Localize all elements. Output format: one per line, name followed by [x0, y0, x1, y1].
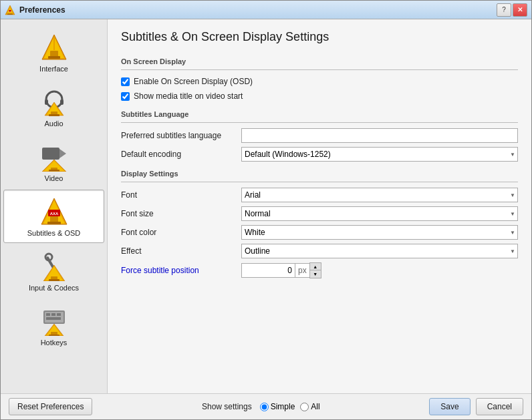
- enable-osd-checkbox[interactable]: [121, 77, 130, 86]
- sidebar-item-input-label: Input & Codecs: [29, 284, 79, 292]
- sidebar-item-subtitles-label: Subtitles & OSD: [27, 229, 80, 237]
- sidebar-item-audio-label: Audio: [44, 120, 63, 128]
- svg-text:AXA: AXA: [8, 11, 11, 13]
- svg-rect-2: [7, 13, 13, 15]
- show-settings-group: Show settings Simple All: [202, 402, 320, 411]
- preferences-window: AXA Preferences ? ✕: [0, 0, 532, 420]
- help-button[interactable]: ?: [497, 3, 511, 17]
- font-size-row: Font size Normal Small Large Very Large: [121, 206, 518, 221]
- preferred-language-control: [241, 128, 518, 143]
- sidebar-item-input[interactable]: Input & Codecs: [3, 244, 104, 298]
- font-color-label: Font color: [121, 228, 241, 237]
- sidebar-item-interface[interactable]: Interface: [3, 25, 104, 79]
- sidebar-item-subtitles[interactable]: AXA Subtitles & OSD: [3, 190, 104, 243]
- svg-rect-45: [49, 335, 59, 336]
- effect-row: Effect Outline None Background: [121, 244, 518, 258]
- osd-section-label: On Screen Display: [121, 57, 518, 65]
- bottom-right: Save Cancel: [429, 398, 523, 415]
- title-bar-controls: ? ✕: [497, 3, 527, 17]
- show-media-title-checkbox[interactable]: [121, 92, 130, 101]
- app-icon: AXA: [5, 5, 15, 15]
- osd-divider: [121, 69, 518, 70]
- sidebar: Interface Aud: [1, 19, 108, 393]
- force-position-row: Force subtitle position px ▲ ▼: [121, 262, 518, 278]
- spinbox-arrows: ▲ ▼: [309, 262, 321, 278]
- font-select[interactable]: Arial Times New Roman Verdana: [241, 188, 518, 202]
- simple-radio[interactable]: [260, 403, 269, 411]
- font-label: Font: [121, 190, 241, 200]
- show-media-title-label[interactable]: Show media title on video start: [134, 91, 243, 101]
- svg-rect-18: [42, 148, 59, 160]
- display-settings-label: Display Settings: [121, 170, 518, 178]
- sidebar-item-hotkeys[interactable]: Hotkeys: [3, 299, 104, 353]
- subtitles-language-section: Subtitles Language Preferred subtitles l…: [121, 110, 518, 162]
- force-position-unit: px: [295, 263, 309, 278]
- subtitles-language-section-label: Subtitles Language: [121, 110, 518, 118]
- effect-control: Outline None Background: [241, 244, 518, 258]
- cancel-button[interactable]: Cancel: [476, 398, 523, 415]
- force-position-label: Force subtitle position: [121, 266, 241, 275]
- svg-rect-17: [49, 114, 59, 116]
- effect-label: Effect: [121, 246, 241, 256]
- spinbox-down-button[interactable]: ▼: [310, 270, 321, 278]
- save-button[interactable]: Save: [429, 398, 470, 415]
- svg-rect-38: [46, 313, 50, 316]
- default-encoding-select[interactable]: Default (Windows-1252) UTF-8 ISO-8859-1: [241, 147, 518, 162]
- svg-rect-12: [45, 99, 48, 105]
- reset-preferences-button[interactable]: Reset Preferences: [9, 398, 92, 415]
- display-settings-divider: [121, 182, 518, 182]
- svg-rect-23: [49, 170, 59, 172]
- simple-radio-option[interactable]: Simple: [260, 402, 295, 411]
- close-button[interactable]: ✕: [513, 3, 527, 17]
- interface-icon: [38, 31, 70, 63]
- font-size-select[interactable]: Normal Small Large Very Large: [241, 206, 518, 221]
- bottom-bar: Reset Preferences Show settings Simple A…: [1, 393, 531, 419]
- page-title: Subtitles & On Screen Display Settings: [121, 30, 518, 47]
- audio-icon: [38, 86, 70, 118]
- sidebar-item-audio[interactable]: Audio: [3, 80, 104, 134]
- window-body: Interface Aud: [1, 19, 531, 393]
- title-bar-text: Preferences: [19, 5, 497, 15]
- default-encoding-label: Default encoding: [121, 150, 241, 159]
- font-color-row: Font color White Black Yellow Red: [121, 225, 518, 240]
- title-bar: AXA Preferences ? ✕: [1, 1, 531, 19]
- simple-radio-label: Simple: [271, 402, 295, 411]
- svg-rect-9: [48, 56, 60, 59]
- all-radio-option[interactable]: All: [300, 402, 319, 411]
- sidebar-item-video-label: Video: [45, 174, 63, 182]
- font-color-select[interactable]: White Black Yellow Red: [241, 225, 518, 240]
- video-icon: [38, 141, 70, 173]
- preferred-language-label: Preferred subtitles language: [121, 131, 241, 140]
- preferred-language-input[interactable]: [241, 128, 518, 143]
- svg-rect-13: [60, 99, 63, 105]
- svg-rect-8: [50, 51, 58, 57]
- all-radio[interactable]: [300, 403, 309, 411]
- osd-section: On Screen Display Enable On Screen Displ…: [121, 57, 518, 102]
- sidebar-item-interface-label: Interface: [39, 65, 68, 73]
- spinbox-up-button[interactable]: ▲: [310, 263, 321, 270]
- preferred-language-row: Preferred subtitles language: [121, 128, 518, 143]
- svg-point-31: [45, 254, 52, 260]
- sidebar-item-video[interactable]: Video: [3, 135, 104, 188]
- font-row: Font Arial Times New Roman Verdana: [121, 188, 518, 202]
- display-settings-section: Display Settings Font Arial Times New Ro…: [121, 170, 518, 278]
- enable-osd-label[interactable]: Enable On Screen Display (OSD): [134, 77, 253, 86]
- svg-text:AXA: AXA: [49, 212, 58, 216]
- font-size-label: Font size: [121, 209, 241, 218]
- default-encoding-control: Default (Windows-1252) UTF-8 ISO-8859-1: [241, 147, 518, 162]
- font-size-control: Normal Small Large Very Large: [241, 206, 518, 221]
- svg-rect-41: [46, 317, 61, 320]
- main-content: Subtitles & On Screen Display Settings O…: [108, 19, 531, 393]
- svg-marker-19: [59, 149, 66, 158]
- hotkeys-icon: [38, 305, 70, 337]
- effect-select[interactable]: Outline None Background: [241, 244, 518, 258]
- svg-rect-26: [50, 216, 58, 222]
- font-control: Arial Times New Roman Verdana: [241, 188, 518, 202]
- svg-rect-40: [57, 313, 61, 316]
- force-position-input[interactable]: [241, 263, 295, 278]
- svg-rect-39: [51, 313, 55, 316]
- sidebar-item-hotkeys-label: Hotkeys: [41, 339, 68, 347]
- font-color-control: White Black Yellow Red: [241, 225, 518, 240]
- bottom-left: Reset Preferences: [9, 398, 92, 415]
- all-radio-label: All: [311, 402, 319, 411]
